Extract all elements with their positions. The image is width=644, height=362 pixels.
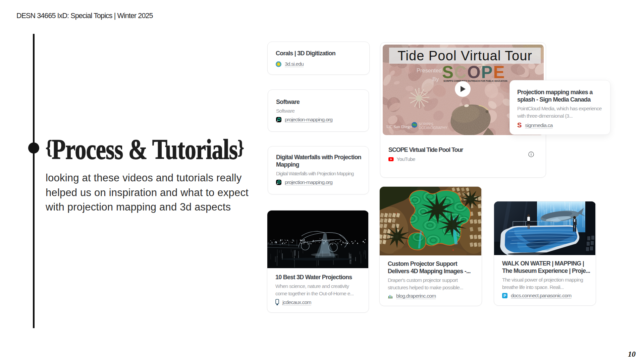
svg-text:P: P [503, 294, 506, 298]
